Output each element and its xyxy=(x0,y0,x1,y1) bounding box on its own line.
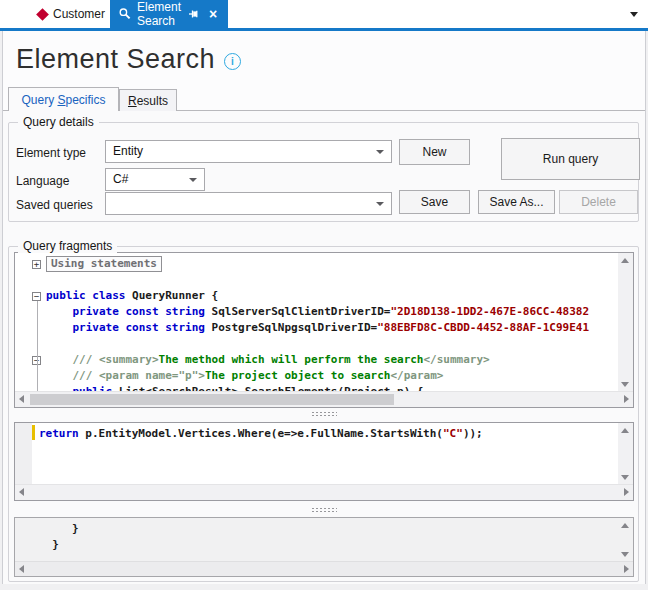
splitter-bottom[interactable] xyxy=(14,505,634,515)
saved-queries-combo[interactable] xyxy=(105,192,392,215)
scroll-up-icon[interactable] xyxy=(621,428,629,433)
scroll-down-icon[interactable] xyxy=(621,475,629,480)
splitter-grip-icon xyxy=(311,411,337,417)
new-button-label: New xyxy=(422,145,446,159)
code-editor-footer: } } xyxy=(14,517,634,577)
scroll-right-icon[interactable] xyxy=(624,565,629,573)
code-segment: PostgreSqlNpgsqlDriverID= xyxy=(212,321,378,334)
vertical-scrollbar[interactable] xyxy=(618,253,633,392)
code-segment: } xyxy=(39,522,79,535)
code-line: private const string PostgreSqlNpgsqlDri… xyxy=(15,320,618,336)
tab-query-specifics[interactable]: Query Specifics xyxy=(8,87,119,111)
code-segment: public class xyxy=(46,289,132,302)
saved-queries-label: Saved queries xyxy=(16,198,93,212)
collapse-icon[interactable]: − xyxy=(32,292,41,301)
save-as-button-label: Save As... xyxy=(489,195,543,209)
fold-toggle-icon[interactable]: + xyxy=(15,256,46,272)
splitter-top[interactable] xyxy=(14,409,634,419)
code-segment: /// <summary> xyxy=(46,353,159,366)
tab-element-search[interactable]: Element Search × xyxy=(110,0,228,28)
code-segment: p.EntityModel.Vertices.Where(e=>e.FullNa… xyxy=(79,427,443,440)
code-segment: The project object to search xyxy=(205,369,390,382)
code-editor-query-body: return p.EntityModel.Vertices.Where(e=>e… xyxy=(14,422,634,501)
language-label: Language xyxy=(16,174,69,188)
tab-query-specifics-label: Query Specifics xyxy=(21,93,105,107)
entity-diamond-icon xyxy=(36,8,49,21)
tab-results[interactable]: Results xyxy=(119,89,177,111)
code-segment: QueryRunner { xyxy=(132,289,218,302)
code-editor-query-body-text[interactable]: return p.EntityModel.Vertices.Where(e=>e… xyxy=(35,423,618,485)
language-combo[interactable]: C# xyxy=(105,168,205,191)
scroll-up-icon[interactable] xyxy=(621,523,629,528)
save-as-button[interactable]: Save As... xyxy=(478,190,555,214)
chevron-down-icon xyxy=(376,202,384,206)
delete-button-label: Delete xyxy=(581,195,616,209)
code-editor-footer-text: } } xyxy=(15,518,618,562)
search-icon xyxy=(118,7,132,21)
vertical-scrollbar[interactable] xyxy=(618,423,633,485)
horizontal-scrollbar[interactable] xyxy=(15,391,633,407)
code-segment: "2D18D138-1DD2-467E-86CC-48382 xyxy=(390,305,589,318)
horizontal-scrollbar[interactable] xyxy=(15,561,633,576)
document-tab-strip: Customer Element Search × xyxy=(0,0,648,28)
scroll-left-icon[interactable] xyxy=(19,395,24,403)
scroll-left-icon[interactable] xyxy=(19,565,24,573)
code-line: return p.EntityModel.Vertices.Where(e=>e… xyxy=(39,426,618,442)
element-type-combo[interactable]: Entity xyxy=(105,140,392,163)
code-segment: } xyxy=(39,538,59,551)
expand-icon[interactable]: + xyxy=(32,260,41,269)
code-segment: return xyxy=(39,427,79,440)
fold-line xyxy=(37,301,38,391)
code-line: } xyxy=(39,537,618,553)
code-segment: )); xyxy=(463,427,483,440)
code-segment: private const string xyxy=(73,305,212,318)
code-line: −public class QueryRunner { xyxy=(15,288,618,304)
splitter-grip-icon xyxy=(311,507,337,513)
run-query-button[interactable]: Run query xyxy=(501,138,640,180)
tab-customer-label: Customer xyxy=(53,7,105,21)
tab-results-label: Results xyxy=(128,94,168,108)
fold-toggle-icon[interactable]: − xyxy=(15,288,46,304)
code-line: private const string SqlServerSqlClientD… xyxy=(15,304,618,320)
run-query-button-label: Run query xyxy=(543,152,598,166)
code-segment: private const string xyxy=(73,321,212,334)
tab-customer[interactable]: Customer xyxy=(28,0,110,28)
scroll-down-icon[interactable] xyxy=(621,552,629,557)
delete-button: Delete xyxy=(559,190,638,214)
info-icon[interactable]: i xyxy=(224,53,241,70)
collapsed-region[interactable]: Using statements xyxy=(46,256,162,272)
code-editor-header: +Using statements−public class QueryRunn… xyxy=(14,252,634,408)
scrollbar-thumb[interactable] xyxy=(30,394,394,405)
page-title: Element Search i xyxy=(16,44,241,75)
code-segment: </param> xyxy=(390,369,443,382)
code-segment: </summary> xyxy=(424,353,490,366)
scroll-up-icon[interactable] xyxy=(621,258,629,263)
code-line: } xyxy=(39,521,618,537)
code-segment: /// <param name="p"> xyxy=(46,369,205,382)
code-editor-header-text[interactable]: +Using statements−public class QueryRunn… xyxy=(15,253,618,392)
new-button[interactable]: New xyxy=(399,139,470,165)
tab-list-chevron-icon[interactable] xyxy=(630,12,638,17)
code-line: +Using statements xyxy=(15,256,618,272)
scroll-right-icon[interactable] xyxy=(624,488,629,496)
horizontal-scrollbar[interactable] xyxy=(15,484,633,500)
query-details-legend: Query details xyxy=(18,115,99,129)
code-segment: SqlServerSqlClientDriverID= xyxy=(212,305,391,318)
scroll-right-icon[interactable] xyxy=(624,395,629,403)
save-button-label: Save xyxy=(421,195,448,209)
pin-icon[interactable] xyxy=(187,6,201,22)
save-button[interactable]: Save xyxy=(399,190,470,214)
code-line: /// <param name="p">The project object t… xyxy=(15,368,618,384)
page-title-text: Element Search xyxy=(16,44,215,75)
element-type-label: Element type xyxy=(16,146,86,160)
scroll-left-icon[interactable] xyxy=(19,488,24,496)
element-type-value: Entity xyxy=(113,144,143,158)
chevron-down-icon xyxy=(189,178,197,182)
vertical-scrollbar[interactable] xyxy=(618,518,633,562)
scroll-down-icon[interactable] xyxy=(621,382,629,387)
chevron-down-icon xyxy=(376,150,384,154)
close-icon[interactable]: × xyxy=(206,6,220,22)
editor-gutter xyxy=(15,423,32,485)
code-segment xyxy=(46,321,73,334)
fold-toggle-icon[interactable]: − xyxy=(15,352,46,368)
